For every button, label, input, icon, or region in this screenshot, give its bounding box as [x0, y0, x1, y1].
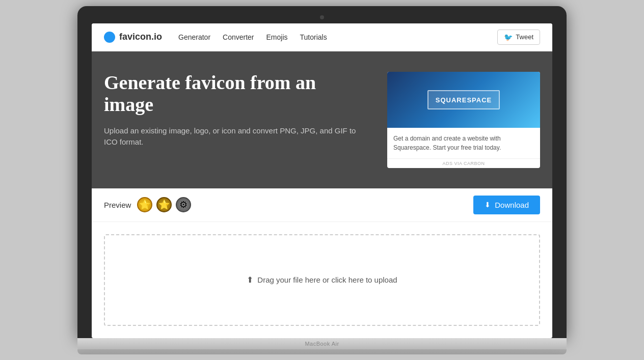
upload-icon: ⬆ — [247, 275, 253, 285]
upload-section: ⬆ Drag your file here or click here to u… — [92, 222, 552, 338]
laptop-frame: favicon.io Generator Converter Emojis Tu… — [77, 6, 567, 354]
laptop-screen: favicon.io Generator Converter Emojis Tu… — [92, 23, 552, 338]
squarespace-logo: SQUARESPACE — [427, 90, 500, 109]
logo-circle-icon — [104, 32, 115, 43]
laptop-bottom — [77, 349, 567, 354]
upload-prompt: ⬆ Drag your file here or click here to u… — [247, 275, 397, 285]
hero-title: Generate favicon from an image — [104, 72, 367, 116]
nav-tutorials[interactable]: Tutorials — [300, 33, 327, 41]
nav-links: Generator Converter Emojis Tutorials — [178, 33, 497, 41]
preview-icons: ⭐ ⭐ ⚙ — [137, 197, 473, 212]
twitter-icon: 🐦 — [504, 33, 513, 41]
logo-text: favicon.io — [119, 32, 162, 42]
ad-card[interactable]: SQUARESPACE Get a domain and create a we… — [387, 72, 540, 168]
laptop-base — [77, 338, 567, 349]
preview-badge-1: ⭐ — [137, 197, 152, 212]
download-button[interactable]: ⬇ Download — [473, 196, 540, 214]
hero-subtitle: Upload an existing image, logo, or icon … — [104, 125, 367, 148]
nav-emojis[interactable]: Emojis — [266, 33, 288, 41]
ad-description: Get a domain and create a website with S… — [387, 128, 540, 158]
download-icon: ⬇ — [485, 201, 491, 209]
upload-prompt-text: Drag your file here or click here to upl… — [257, 275, 397, 284]
navbar: favicon.io Generator Converter Emojis Tu… — [92, 23, 552, 51]
nav-converter[interactable]: Converter — [223, 33, 254, 41]
logo-area[interactable]: favicon.io — [104, 32, 162, 43]
tweet-label: Tweet — [516, 33, 533, 41]
ad-image: SQUARESPACE — [387, 72, 540, 128]
squarespace-logo-text: SQUARESPACE — [436, 96, 492, 104]
preview-label: Preview — [104, 201, 131, 209]
nav-generator[interactable]: Generator — [178, 33, 210, 41]
hero-section: Generate favicon from an image Upload an… — [92, 51, 552, 188]
screen-bezel: favicon.io Generator Converter Emojis Tu… — [77, 6, 567, 338]
upload-dropzone[interactable]: ⬆ Drag your file here or click here to u… — [104, 234, 540, 326]
preview-bar: Preview ⭐ ⭐ ⚙ ⬇ Download — [92, 188, 552, 222]
laptop-camera — [320, 15, 324, 19]
preview-badge-2: ⭐ — [156, 197, 172, 212]
preview-badge-3: ⚙ — [176, 197, 191, 212]
hero-text: Generate favicon from an image Upload an… — [104, 72, 367, 148]
ad-label: ADS VIA CARBON — [387, 158, 540, 168]
tweet-button[interactable]: 🐦 Tweet — [497, 30, 540, 45]
download-label: Download — [495, 201, 529, 209]
